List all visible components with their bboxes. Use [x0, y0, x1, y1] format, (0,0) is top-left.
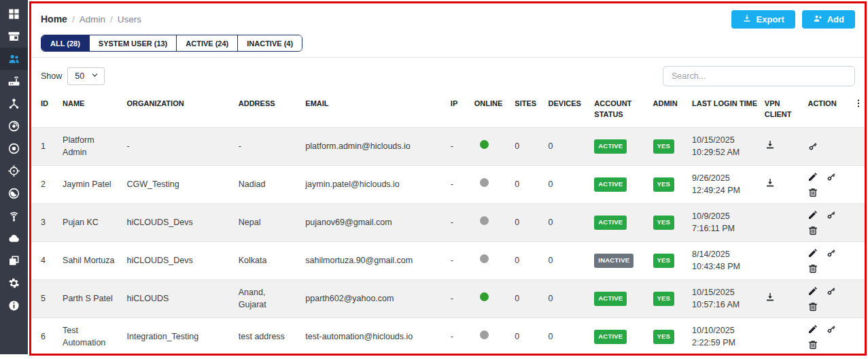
cell-id: 4 — [29, 241, 57, 279]
row-actions — [808, 247, 841, 274]
cell-sites: 0 — [509, 241, 542, 279]
cell-account-status: ACTIVE — [589, 127, 647, 165]
sidebar-item-circle-dot[interactable] — [0, 137, 28, 160]
cell-vpn-client — [759, 241, 803, 279]
admin-badge: YES — [653, 139, 675, 153]
row-actions — [808, 209, 841, 236]
cell-sites: 0 — [509, 165, 542, 203]
cell-menu — [848, 279, 867, 318]
cell-menu — [848, 203, 867, 241]
vpn-download-icon[interactable] — [765, 139, 776, 150]
page-size-select[interactable]: 50 — [67, 67, 105, 85]
table-header-row: IDNAMEORGANIZATIONADDRESSEMAILIPONLINESI… — [29, 93, 867, 127]
status-badge: ACTIVE — [594, 330, 627, 343]
export-button[interactable]: Export — [731, 10, 795, 29]
cell-address: test address — [233, 318, 300, 356]
cell-name: Sahil Mortuza — [57, 241, 121, 279]
key-icon[interactable] — [826, 209, 837, 220]
edit-icon[interactable] — [808, 286, 818, 296]
cell-devices: 0 — [543, 241, 589, 279]
sidebar-item-broadcast[interactable] — [0, 205, 28, 227]
sidebar-item-crosshair[interactable] — [0, 160, 28, 182]
sidebar-item-info[interactable] — [0, 294, 28, 317]
tab-system-user-13[interactable]: SYSTEM USER (13) — [90, 35, 177, 51]
cell-admin: YES — [648, 279, 687, 318]
breadcrumb-item-admin[interactable]: Admin — [80, 14, 105, 24]
table-row: 6Test AutomationIntegration_Testingtest … — [29, 318, 867, 356]
sidebar-item-settings[interactable] — [0, 272, 28, 294]
vpn-download-icon[interactable] — [765, 292, 776, 303]
key-icon[interactable] — [826, 247, 837, 258]
sidebar-item-cloud[interactable] — [0, 227, 28, 250]
info-icon — [7, 299, 20, 312]
online-indicator — [480, 292, 489, 301]
status-badge: ACTIVE — [594, 139, 627, 153]
cell-ip: - — [445, 165, 469, 203]
sidebar-item-disc[interactable] — [0, 115, 28, 137]
column-header-sites: SITES — [509, 93, 542, 127]
cell-account-status: ACTIVE — [589, 203, 647, 241]
tab-all-28[interactable]: ALL (28) — [41, 35, 90, 51]
cell-last-login: 10/10/20252:22:59 PM — [687, 318, 759, 356]
cell-name: Jaymin Patel — [57, 165, 121, 203]
tab-inactive-4[interactable]: INACTIVE (4) — [238, 35, 302, 51]
admin-badge: YES — [653, 177, 675, 191]
download-icon — [742, 14, 752, 25]
edit-icon[interactable] — [808, 209, 818, 220]
column-header-account-status: ACCOUNT STATUS — [589, 93, 647, 127]
cell-organization: CGW_Testing — [122, 165, 233, 203]
table-row: 2Jaymin PatelCGW_TestingNadiadjaymin.pat… — [29, 165, 867, 203]
cell-vpn-client — [759, 127, 803, 165]
circle-dot-icon — [7, 142, 20, 155]
cell-organization: hiCLOUDS — [122, 279, 233, 318]
admin-badge: YES — [653, 216, 675, 229]
cell-id: 5 — [29, 279, 57, 318]
chevron-down-icon — [91, 71, 99, 81]
cell-vpn-client — [759, 279, 803, 318]
row-actions — [808, 171, 841, 198]
edit-icon[interactable] — [808, 324, 818, 335]
sidebar-item-router[interactable] — [0, 70, 28, 92]
edit-icon[interactable] — [808, 171, 818, 182]
sidebar-item-topology[interactable] — [0, 92, 28, 115]
sidebar-item-users[interactable] — [0, 48, 28, 70]
column-header-online: ONLINE — [469, 93, 510, 127]
cell-sites: 0 — [509, 203, 542, 241]
cell-online — [469, 318, 510, 356]
sidebar-item-globe[interactable] — [0, 182, 28, 205]
vpn-download-icon[interactable] — [765, 177, 776, 188]
last-login-time: 10:29:52 AM — [692, 146, 754, 159]
last-login-date: 10/9/2025 — [692, 210, 754, 223]
column-header-devices: DEVICES — [543, 93, 589, 127]
key-icon[interactable] — [826, 286, 837, 296]
delete-icon[interactable] — [808, 301, 818, 312]
delete-icon[interactable] — [808, 225, 818, 236]
status-badge: INACTIVE — [594, 254, 633, 267]
breadcrumb: Home/Admin/Users — [41, 14, 141, 24]
sidebar-item-storefront[interactable] — [0, 25, 28, 48]
topbar-buttons: Export Add — [731, 10, 855, 29]
cell-admin: YES — [648, 127, 687, 165]
cloud-icon — [7, 232, 20, 245]
add-user-button[interactable]: Add — [802, 10, 855, 29]
tab-active-24[interactable]: ACTIVE (24) — [177, 35, 238, 51]
delete-icon[interactable] — [808, 187, 818, 198]
sidebar-item-dashboard[interactable] — [0, 3, 28, 25]
delete-icon[interactable] — [808, 263, 818, 274]
status-badge: ACTIVE — [594, 216, 627, 229]
cell-id: 2 — [29, 165, 57, 203]
online-indicator — [480, 330, 489, 339]
sidebar-item-library[interactable] — [0, 250, 28, 272]
delete-icon[interactable] — [808, 339, 818, 350]
breadcrumb-item-home[interactable]: Home — [41, 14, 67, 24]
search-input[interactable] — [663, 66, 855, 86]
key-icon[interactable] — [808, 141, 818, 152]
last-login-date: 10/15/2025 — [692, 134, 754, 147]
edit-icon[interactable] — [808, 247, 818, 258]
cell-last-login: 10/15/202510:29:52 AM — [687, 127, 759, 165]
cell-devices: 0 — [543, 165, 589, 203]
dots-vertical-icon[interactable] — [854, 99, 863, 108]
key-icon[interactable] — [826, 324, 837, 335]
key-icon[interactable] — [826, 171, 837, 182]
cell-last-login: 10/9/20257:16:11 PM — [687, 203, 759, 241]
